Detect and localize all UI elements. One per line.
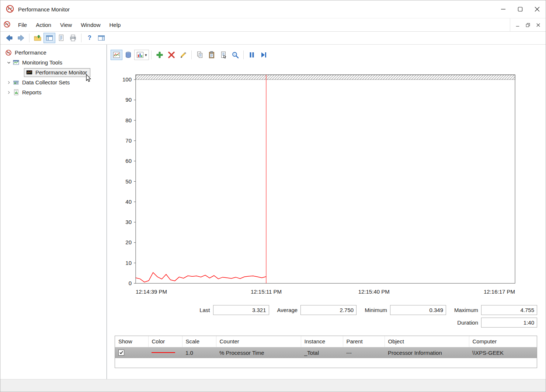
show-hide-console-tree-button[interactable] <box>44 33 55 43</box>
duration-row: Duration 1:40 <box>107 318 537 328</box>
tree-item-label: Monitoring Tools <box>22 59 62 66</box>
svg-text:100: 100 <box>122 76 132 83</box>
menu-view[interactable]: View <box>56 20 76 30</box>
toolbar-separator <box>191 50 192 59</box>
header-color[interactable]: Color <box>148 336 182 347</box>
performance-chart: 100908070605040302010012:14:39 PM12:15:1… <box>107 72 516 297</box>
chevron-right-icon[interactable] <box>6 80 12 85</box>
counter-instance: _Total <box>301 347 343 358</box>
perfmon-toolbar: ▾ <box>107 48 546 62</box>
view-log-data-button[interactable] <box>122 50 134 60</box>
console-tree: Performance Monitoring Tools Performance… <box>0 45 107 379</box>
duration-value: 1:40 <box>481 318 537 328</box>
zoom-button[interactable] <box>229 50 241 60</box>
menu-bar: File Action View Window Help <box>0 18 546 32</box>
add-plus-icon <box>156 51 164 59</box>
header-computer[interactable]: Computer <box>469 336 537 347</box>
maximize-button[interactable] <box>512 0 529 18</box>
checkmark-icon <box>119 350 124 355</box>
header-instance[interactable]: Instance <box>301 336 343 347</box>
export-list-button[interactable] <box>55 33 67 43</box>
delete-counter-button[interactable] <box>166 50 177 60</box>
maximum-label: Maximum <box>454 307 478 313</box>
counter-color-swatch <box>152 352 175 353</box>
mdi-minimize-icon[interactable] <box>512 20 523 30</box>
last-value: 3.321 <box>213 305 269 315</box>
svg-text:10: 10 <box>125 260 132 266</box>
tree-item-performance-monitor[interactable]: Performance Monitor <box>0 67 107 77</box>
menu-window[interactable]: Window <box>76 20 105 30</box>
svg-text:12:15:40 PM: 12:15:40 PM <box>358 288 390 295</box>
counter-scale: 1.0 <box>182 347 216 358</box>
chevron-down-icon[interactable] <box>6 60 12 66</box>
average-label: Average <box>277 307 298 313</box>
change-graph-type-button[interactable]: ▾ <box>134 50 149 60</box>
counter-row[interactable]: 1.0 % Processor Time _Total --- Processo… <box>115 347 537 358</box>
counter-computer: \\XPS-GEEK <box>469 347 537 358</box>
paste-counter-list-button[interactable] <box>206 50 218 60</box>
toolbar-separator <box>29 34 29 42</box>
tree-item-label: Data Collector Sets <box>22 79 70 85</box>
show-hide-action-pane-button[interactable] <box>95 33 107 43</box>
highlight-button[interactable] <box>177 50 189 60</box>
help-icon: ? <box>86 34 94 42</box>
tree-item-monitoring-tools[interactable]: Monitoring Tools <box>0 57 107 67</box>
header-show[interactable]: Show <box>115 336 148 347</box>
close-button[interactable] <box>529 0 546 18</box>
back-arrow-icon <box>5 34 13 42</box>
header-counter[interactable]: Counter <box>216 336 301 347</box>
minimum-label: Minimum <box>365 307 387 313</box>
app-icon <box>6 4 14 14</box>
help-button[interactable]: ? <box>84 33 95 43</box>
print-button[interactable] <box>67 33 79 43</box>
svg-text:?: ? <box>88 35 91 41</box>
delete-x-icon <box>167 51 175 59</box>
header-object[interactable]: Object <box>385 336 469 347</box>
pause-icon <box>248 51 256 59</box>
navigation-toolbar: ? <box>0 32 546 45</box>
minimize-button[interactable] <box>495 0 512 18</box>
stats-row: Last 3.321 Average 2.750 Minimum 0.349 M… <box>107 305 537 315</box>
counter-list: Show Color Scale Counter Instance Parent… <box>115 336 537 368</box>
data-collector-sets-icon <box>12 79 20 86</box>
menu-help[interactable]: Help <box>105 20 125 30</box>
properties-button[interactable] <box>218 50 229 60</box>
export-list-icon <box>57 34 65 42</box>
line-chart-icon <box>112 51 121 59</box>
counter-table-header: Show Color Scale Counter Instance Parent… <box>115 336 537 347</box>
copy-properties-button[interactable] <box>194 50 206 60</box>
status-bar <box>0 379 546 392</box>
average-value: 2.750 <box>300 305 357 315</box>
chevron-right-icon[interactable] <box>6 90 12 95</box>
update-data-button[interactable] <box>258 50 269 60</box>
console-tree-icon <box>45 34 53 42</box>
tree-item-data-collector-sets[interactable]: Data Collector Sets <box>0 77 107 87</box>
navigate-back-button[interactable] <box>3 33 15 43</box>
svg-text:70: 70 <box>125 137 132 144</box>
view-current-activity-button[interactable] <box>111 50 122 60</box>
freeze-display-button[interactable] <box>246 50 258 60</box>
up-one-level-button[interactable] <box>32 33 44 43</box>
selected-tree-item: Performance Monitor <box>24 68 90 77</box>
toolbar-separator <box>81 34 81 42</box>
mdi-close-icon[interactable] <box>533 20 543 30</box>
tree-item-performance[interactable]: Performance <box>0 48 107 57</box>
svg-text:0: 0 <box>129 280 132 286</box>
svg-text:12:15:11 PM: 12:15:11 PM <box>251 288 282 295</box>
mdi-restore-icon[interactable] <box>523 20 533 30</box>
svg-text:20: 20 <box>125 239 132 245</box>
last-label: Last <box>199 307 210 313</box>
header-scale[interactable]: Scale <box>182 336 216 347</box>
svg-text:90: 90 <box>125 97 132 103</box>
header-parent[interactable]: Parent <box>343 336 385 347</box>
menu-file[interactable]: File <box>14 20 31 30</box>
chevron-down-icon[interactable]: ▾ <box>145 53 147 57</box>
show-checkbox[interactable] <box>118 350 124 356</box>
counter-parent: --- <box>343 347 385 358</box>
title-bar: Performance Monitor <box>0 0 546 18</box>
tree-item-reports[interactable]: Reports <box>0 87 107 97</box>
tree-item-label: Reports <box>22 89 42 95</box>
menu-action[interactable]: Action <box>31 20 56 30</box>
navigate-forward-button[interactable] <box>15 33 27 43</box>
add-counter-button[interactable] <box>154 50 166 60</box>
